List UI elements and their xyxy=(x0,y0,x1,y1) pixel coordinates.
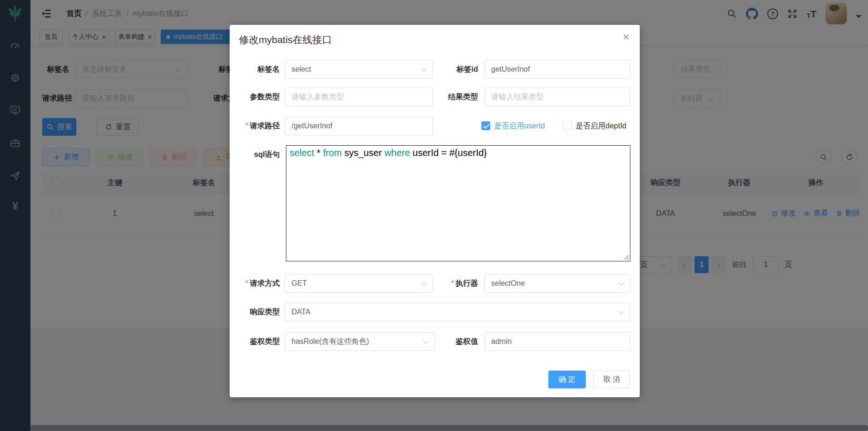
chevron-down-icon xyxy=(618,308,624,314)
param-type-field xyxy=(284,88,433,106)
field-label-tag-id: 标签id xyxy=(427,60,478,79)
field-label-auth-type: 鉴权类型 xyxy=(234,332,280,351)
chevron-down-icon xyxy=(618,280,624,286)
field-label-request-path: *请求路径 xyxy=(234,117,280,135)
sql-editor-content: select * from sys_user where userId = #{… xyxy=(290,148,627,158)
auth-value-input[interactable] xyxy=(484,332,630,351)
enable-userid-label[interactable]: 是否启用userId xyxy=(494,117,545,135)
result-type-field xyxy=(484,88,630,106)
tag-id-input[interactable] xyxy=(484,60,630,79)
chevron-down-icon xyxy=(421,66,427,72)
label-text: 执行器 xyxy=(456,279,478,287)
enable-deptid-checkbox[interactable] xyxy=(563,121,572,130)
app-root: ¥ 首页 / 系统工具 / mybatis在线接口 xyxy=(0,0,868,431)
field-label-tag-name: 标签名 xyxy=(234,60,280,79)
enable-userid-checkbox[interactable] xyxy=(481,121,490,130)
sql-editor[interactable]: select * from sys_user where userId = #{… xyxy=(286,145,630,261)
dialog-title: 修改mybatis在线接口 xyxy=(239,33,332,46)
label-text: 请求路径 xyxy=(250,122,280,130)
auth-value-field xyxy=(484,332,630,351)
resize-grip-icon[interactable] xyxy=(623,254,629,260)
select-value: DATA xyxy=(292,308,310,316)
confirm-button[interactable]: 确定 xyxy=(548,371,586,388)
cancel-button[interactable]: 取消 xyxy=(593,371,630,388)
request-method-select[interactable]: GET xyxy=(284,274,433,293)
chevron-down-icon xyxy=(421,280,427,286)
required-mark: * xyxy=(246,279,248,287)
select-value: select xyxy=(292,65,311,74)
select-value: hasRole(含有这些角色) xyxy=(292,337,369,347)
required-mark: * xyxy=(246,122,248,130)
edit-dialog: 修改mybatis在线接口 × 标签名 select 标签id 参数类型 结果类… xyxy=(230,25,640,397)
field-label-response-type: 响应类型 xyxy=(234,303,280,321)
executor-select[interactable]: selectOne xyxy=(484,274,630,293)
tag-id-field xyxy=(484,60,630,79)
request-path-field xyxy=(284,117,433,135)
field-label-param-type: 参数类型 xyxy=(234,88,280,106)
result-type-input[interactable] xyxy=(484,88,630,106)
select-value: GET xyxy=(292,279,307,288)
enable-deptid-label[interactable]: 是否启用deptId xyxy=(576,117,626,135)
tag-name-select[interactable]: select xyxy=(284,60,433,79)
auth-type-select[interactable]: hasRole(含有这些角色) xyxy=(284,332,435,351)
field-label-result-type: 结果类型 xyxy=(427,88,478,106)
dialog-close-icon[interactable]: × xyxy=(623,31,629,43)
param-type-input[interactable] xyxy=(284,88,433,106)
required-mark: * xyxy=(451,279,454,287)
label-text: 请求方式 xyxy=(250,279,280,287)
field-label-auth-value: 鉴权值 xyxy=(427,332,478,351)
response-type-select[interactable]: DATA xyxy=(284,303,630,321)
field-label-request-method: *请求方式 xyxy=(234,274,280,293)
request-path-input[interactable] xyxy=(284,117,433,135)
field-label-sql: sql语句 xyxy=(234,145,280,164)
field-label-executor: *执行器 xyxy=(427,274,478,293)
select-value: selectOne xyxy=(491,279,525,288)
